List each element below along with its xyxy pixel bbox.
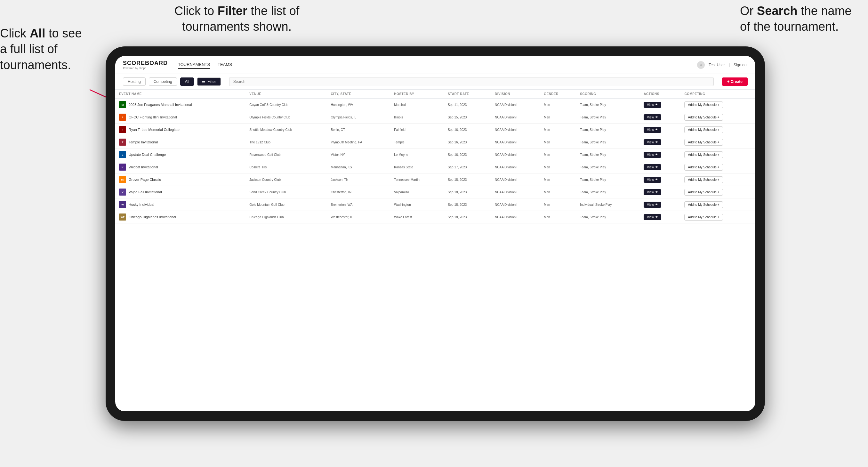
eye-icon: 👁: [655, 215, 658, 219]
view-button[interactable]: View 👁: [644, 189, 661, 195]
col-scoring: SCORING: [576, 90, 640, 99]
add-to-schedule-button[interactable]: Add to My Schedule +: [684, 139, 723, 146]
venue-cell: The 1912 Club: [246, 136, 327, 149]
venue-cell: Ravenwood Golf Club: [246, 149, 327, 161]
eye-icon: 👁: [655, 103, 658, 106]
header-right: U Test User | Sign out: [697, 61, 748, 69]
col-city-state: CITY, STATE: [327, 90, 390, 99]
venue-cell: Gold Mountain Golf Club: [246, 198, 327, 211]
toolbar: Hosting Competing All ☰ Filter + Create: [115, 74, 755, 90]
view-button[interactable]: View 👁: [644, 177, 661, 183]
add-to-schedule-button[interactable]: Add to My Schedule +: [684, 101, 723, 108]
scoring-cell: Team, Stroke Play: [576, 111, 640, 124]
venue-cell: Sand Creek Country Club: [246, 186, 327, 198]
event-name: Valpo Fall Invitational: [129, 190, 162, 194]
view-button[interactable]: View 👁: [644, 164, 661, 170]
view-button[interactable]: View 👁: [644, 127, 661, 133]
division-cell: NCAA Division I: [491, 211, 540, 223]
main-nav: TOURNAMENTS TEAMS: [178, 61, 697, 69]
hosted-by-cell: Wake Forest: [390, 211, 444, 223]
search-input[interactable]: [229, 77, 714, 86]
actions-cell: View 👁: [640, 124, 680, 136]
actions-cell: View 👁: [640, 211, 680, 223]
gender-cell: Men: [540, 136, 576, 149]
start-date-cell: Sep 11, 2023: [444, 99, 491, 111]
start-date-cell: Sep 16, 2023: [444, 124, 491, 136]
city-state-cell: Huntington, WV: [327, 99, 390, 111]
view-button[interactable]: View 👁: [644, 114, 661, 120]
view-button[interactable]: View 👁: [644, 214, 661, 220]
division-cell: NCAA Division I: [491, 198, 540, 211]
add-to-schedule-button[interactable]: Add to My Schedule +: [684, 176, 723, 183]
competing-cell: Add to My Schedule +: [680, 124, 755, 136]
city-state-cell: Manhattan, KS: [327, 161, 390, 174]
hosted-by-cell: Marshall: [390, 99, 444, 111]
team-logo: L: [119, 151, 126, 158]
scoring-cell: Team, Stroke Play: [576, 124, 640, 136]
table-row: T Temple Invitational The 1912 Club Plym…: [115, 136, 755, 149]
scoring-cell: Team, Stroke Play: [576, 186, 640, 198]
start-date-cell: Sep 18, 2023: [444, 186, 491, 198]
view-button[interactable]: View 👁: [644, 152, 661, 158]
city-state-cell: Chesterton, IN: [327, 186, 390, 198]
view-button[interactable]: View 👁: [644, 139, 661, 145]
hosted-by-cell: Temple: [390, 136, 444, 149]
col-gender: GENDER: [540, 90, 576, 99]
team-logo: M: [119, 101, 126, 108]
add-to-schedule-button[interactable]: Add to My Schedule +: [684, 201, 723, 208]
table-row: V Valpo Fall Invitational Sand Creek Cou…: [115, 186, 755, 198]
actions-cell: View 👁: [640, 198, 680, 211]
separator: |: [729, 63, 730, 67]
team-logo: T: [119, 138, 126, 146]
nav-teams[interactable]: TEAMS: [218, 61, 232, 69]
view-button[interactable]: View 👁: [644, 102, 661, 108]
team-logo: I: [119, 114, 126, 121]
team-logo: TM: [119, 176, 126, 183]
scoring-cell: Team, Stroke Play: [576, 174, 640, 186]
hosted-by-cell: Tennessee-Martin: [390, 174, 444, 186]
view-button[interactable]: View 👁: [644, 201, 661, 208]
event-name: Upstate Dual Challenge: [129, 153, 166, 157]
create-button[interactable]: + Create: [722, 77, 748, 86]
event-name: Husky Individual: [129, 203, 154, 207]
start-date-cell: Sep 18, 2023: [444, 174, 491, 186]
venue-cell: Jackson Country Club: [246, 174, 327, 186]
gender-cell: Men: [540, 161, 576, 174]
add-to-schedule-button[interactable]: Add to My Schedule +: [684, 151, 723, 158]
city-state-cell: Westchester, IL: [327, 211, 390, 223]
tablet-frame: SCOREBOARD Powered by clippd TOURNAMENTS…: [105, 46, 765, 421]
all-tab[interactable]: All: [180, 77, 194, 86]
filter-button[interactable]: ☰ Filter: [197, 77, 221, 86]
eye-icon: 👁: [655, 153, 658, 156]
division-cell: NCAA Division I: [491, 136, 540, 149]
city-state-cell: Jackson, TN: [327, 174, 390, 186]
competing-cell: Add to My Schedule +: [680, 174, 755, 186]
annotation-topleft: Click All to see a full list of tourname…: [0, 26, 90, 73]
tablet-screen: SCOREBOARD Powered by clippd TOURNAMENTS…: [115, 56, 755, 411]
add-to-schedule-button[interactable]: Add to My Schedule +: [684, 126, 723, 133]
add-to-schedule-button[interactable]: Add to My Schedule +: [684, 114, 723, 121]
signout-link[interactable]: Sign out: [734, 63, 748, 67]
table-row: WF Chicago Highlands Invitational Chicag…: [115, 211, 755, 223]
competing-cell: Add to My Schedule +: [680, 186, 755, 198]
competing-cell: Add to My Schedule +: [680, 198, 755, 211]
start-date-cell: Sep 18, 2023: [444, 211, 491, 223]
eye-icon: 👁: [655, 116, 658, 119]
add-to-schedule-button[interactable]: Add to My Schedule +: [684, 189, 723, 195]
table-row: W Husky Individual Gold Mountain Golf Cl…: [115, 198, 755, 211]
add-to-schedule-button[interactable]: Add to My Schedule +: [684, 214, 723, 221]
scoring-cell: Team, Stroke Play: [576, 99, 640, 111]
eye-icon: 👁: [655, 190, 658, 194]
nav-tournaments[interactable]: TOURNAMENTS: [178, 61, 210, 69]
scoring-cell: Individual, Stroke Play: [576, 198, 640, 211]
division-cell: NCAA Division I: [491, 124, 540, 136]
venue-cell: Chicago Highlands Club: [246, 211, 327, 223]
tournaments-table-container: EVENT NAME VENUE CITY, STATE HOSTED BY S…: [115, 90, 755, 411]
city-state-cell: Olympia Fields, IL: [327, 111, 390, 124]
competing-tab[interactable]: Competing: [149, 77, 177, 86]
scoring-cell: Team, Stroke Play: [576, 161, 640, 174]
gender-cell: Men: [540, 174, 576, 186]
hosting-tab[interactable]: Hosting: [123, 77, 146, 86]
annotation-topright: Or Search the name of the tournament.: [740, 3, 862, 35]
add-to-schedule-button[interactable]: Add to My Schedule +: [684, 164, 723, 170]
